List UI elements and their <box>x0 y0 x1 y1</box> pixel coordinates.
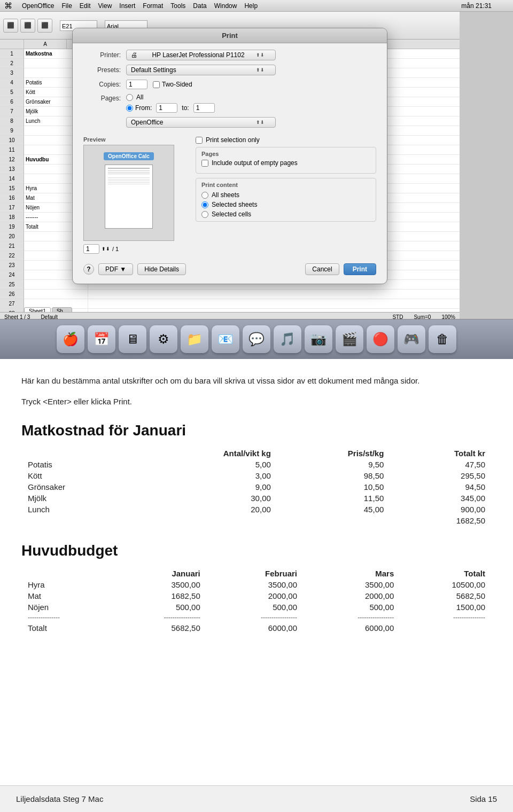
row-num-15: 15 <box>0 184 24 193</box>
row-num-23: 23 <box>0 261 24 270</box>
print-selection-checkbox[interactable] <box>196 137 203 144</box>
row-numbers: 1 2 3 4 5 6 7 8 9 10 11 12 13 14 15 16 1 <box>0 49 24 319</box>
selected-sheets-row: Selected sheets <box>201 201 370 208</box>
row-num-27: 27 <box>0 299 24 309</box>
selected-cells-label: Selected cells <box>212 210 251 218</box>
row-num-9: 9 <box>0 126 24 136</box>
menu-window[interactable]: Window <box>214 2 237 10</box>
pdf-button[interactable]: PDF ▼ <box>98 263 133 275</box>
dock-icon-calendar[interactable]: 📅 <box>88 325 115 353</box>
huvud-item-1: Mat <box>21 590 110 602</box>
dock-icon-3[interactable]: 📁 <box>181 325 208 353</box>
selected-sheets-radio[interactable] <box>201 201 208 208</box>
pages-from-row: From: to: <box>126 103 215 113</box>
row-num-21: 21 <box>0 241 24 251</box>
presets-arrow: ⬆⬇ <box>256 67 265 73</box>
apple-menu[interactable]: ⌘ <box>4 1 12 11</box>
toolbar-btn-3[interactable]: ⬛ <box>37 19 52 33</box>
huvud-col4: Totalt <box>400 568 492 579</box>
huvud-tot-1: 5682,50 <box>400 590 492 602</box>
pdf-arrow: ▼ <box>120 266 126 273</box>
dock-icon-2[interactable]: ⚙ <box>150 325 177 353</box>
huvud-dash-2: ----------------- <box>207 613 304 622</box>
include-empty-checkbox[interactable] <box>201 160 208 167</box>
include-empty-label: Include output of empty pages <box>212 159 298 167</box>
dialog-title: Print <box>222 32 238 40</box>
mat-total-4: 900,00 <box>390 504 492 515</box>
pages-to-input[interactable] <box>193 103 215 113</box>
mat-total-1: 295,50 <box>390 470 492 481</box>
dock-icon-10[interactable]: 🎮 <box>398 325 425 353</box>
pages-from-radio[interactable] <box>126 105 133 112</box>
row-num-13: 13 <box>0 165 24 174</box>
all-sheets-label: All sheets <box>212 191 239 199</box>
pages-from-input[interactable] <box>156 103 177 113</box>
menu-help[interactable]: Help <box>244 2 258 10</box>
pages-section-title: Pages <box>201 151 370 157</box>
toolbar-btn-1[interactable]: ⬛ <box>3 19 18 33</box>
row-num-12: 12 <box>0 155 24 165</box>
toolbar-btn-2[interactable]: ⬛ <box>20 19 35 33</box>
pages-all-row: All <box>126 93 215 101</box>
mat-total-0: 47,50 <box>390 459 492 470</box>
dock-icon-11[interactable]: 🗑 <box>429 325 456 353</box>
huvudbudget-section: Huvudbudget Januari Februari Mars Totalt… <box>21 542 492 634</box>
dock-icon-7[interactable]: 📷 <box>305 325 332 353</box>
row-num-14: 14 <box>0 174 24 184</box>
dock-icon-finder[interactable]: 🍎 <box>57 325 84 353</box>
presets-select[interactable]: Default Settings ⬆⬇ <box>126 65 276 75</box>
page-up-down[interactable]: ⬆⬇ <box>102 246 110 252</box>
hide-details-button[interactable]: Hide Details <box>137 263 186 275</box>
row-num-19: 19 <box>0 222 24 232</box>
app-select-row: OpenOffice ⬆⬇ <box>83 117 376 132</box>
huvud-dash-1: ----------------- <box>110 613 207 622</box>
row-num-4: 4 <box>0 78 24 88</box>
copies-input[interactable] <box>126 80 147 89</box>
preview-page <box>105 165 153 229</box>
corner-cell <box>0 40 24 49</box>
printer-value: HP LaserJet Professional P1102 <box>152 51 244 59</box>
row-num-10: 10 <box>0 136 24 145</box>
menu-tools[interactable]: Tools <box>170 2 185 10</box>
menu-edit[interactable]: Edit <box>80 2 91 10</box>
printer-select[interactable]: 🖨 HP LaserJet Professional P1102 ⬆⬇ <box>126 50 276 60</box>
print-content-box: Print content All sheets Selected sheets… <box>196 178 376 222</box>
cell-a26[interactable] <box>24 290 88 299</box>
dock-icon-1[interactable]: 🖥 <box>119 325 146 353</box>
dock-icon-6[interactable]: 🎵 <box>274 325 301 353</box>
menu-openoffice[interactable]: OpenOffice <box>22 2 54 10</box>
huvud-dash-3: ----------------- <box>304 613 400 622</box>
copies-row: Copies: Two-Sided <box>83 80 376 89</box>
matkostnad-col1: Antal/vikt kg <box>137 448 277 459</box>
selected-cells-radio[interactable] <box>201 211 208 218</box>
menu-data[interactable]: Data <box>193 2 206 10</box>
print-button[interactable]: Print <box>344 263 376 275</box>
huvud-tot-empty <box>400 622 492 634</box>
app-select[interactable]: OpenOffice ⬆⬇ <box>126 117 276 128</box>
page-number-input[interactable] <box>83 244 99 254</box>
cancel-button[interactable]: Cancel <box>305 263 339 275</box>
two-sided-checkbox[interactable] <box>153 81 160 88</box>
status-default: Default <box>41 314 58 319</box>
matkostnad-col3: Totalt kr <box>390 448 492 459</box>
menu-format[interactable]: Format <box>143 2 163 10</box>
printer-label: Printer: <box>83 51 121 59</box>
dock-icon-5[interactable]: 💬 <box>243 325 270 353</box>
menu-file[interactable]: File <box>61 2 72 10</box>
footer-left: Liljedalsdata Steg 7 Mac <box>16 794 103 803</box>
huvud-heading: Huvudbudget <box>21 542 492 559</box>
dock-icon-8[interactable]: 🎬 <box>336 325 363 353</box>
menu-insert[interactable]: Insert <box>119 2 135 10</box>
mat-qty-3: 30,00 <box>137 493 277 504</box>
pages-all-radio[interactable] <box>126 94 133 101</box>
huvud-feb-1: 2000,00 <box>207 590 304 602</box>
dock-icon-9[interactable]: 🔴 <box>367 325 394 353</box>
dock-icon-4[interactable]: 📧 <box>212 325 239 353</box>
mat-total-empty1 <box>137 515 277 526</box>
all-sheets-radio[interactable] <box>201 192 208 199</box>
menu-view[interactable]: View <box>98 2 112 10</box>
matkostnad-row-kott: Kött 3,00 98,50 295,50 <box>21 470 492 481</box>
help-button[interactable]: ? <box>83 264 94 275</box>
preview-area: OpenOffice Calc <box>83 145 174 241</box>
mat-price-2: 10,50 <box>277 481 391 493</box>
